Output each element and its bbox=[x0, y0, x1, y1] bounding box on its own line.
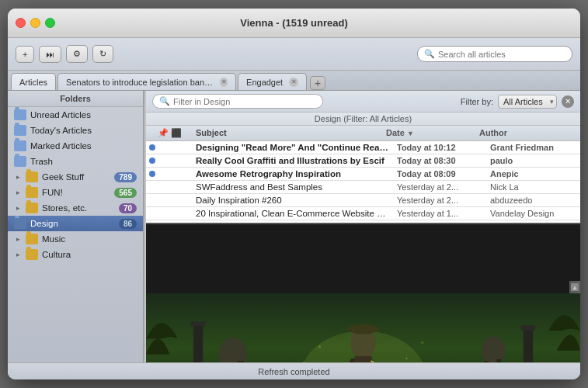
window-title: Vienna - (1519 unread) bbox=[240, 17, 347, 29]
articles-panel-inner: 📌 ⬛ Subject Date ▼ Author bbox=[146, 126, 580, 362]
minimize-button[interactable] bbox=[30, 18, 40, 28]
sidebar-item-geek[interactable]: Geek Stuff 789 bbox=[8, 169, 143, 185]
group-folder-icon bbox=[26, 203, 38, 213]
action-button[interactable]: ⚙ bbox=[66, 45, 88, 63]
expander-icon bbox=[14, 189, 22, 196]
articles-status-bar: Design (Filter: All Articles) bbox=[146, 113, 580, 126]
preview-pane: ▲ ▼ bbox=[146, 223, 580, 362]
svg-rect-29 bbox=[524, 327, 533, 362]
traffic-lights bbox=[16, 18, 55, 28]
preview-image bbox=[146, 293, 580, 362]
filter-select[interactable]: All Articles bbox=[498, 95, 557, 109]
gear-icon: ⚙ bbox=[73, 49, 81, 59]
sidebar-item-design[interactable]: Design 86 bbox=[8, 216, 143, 231]
toolbar: + ⏭ ⚙ ↻ 🔍 bbox=[8, 38, 580, 71]
sidebar-item-marked[interactable]: Marked Articles bbox=[8, 138, 143, 154]
article-date: Today at 08:30 bbox=[394, 156, 487, 165]
group-folder-icon bbox=[26, 171, 38, 182]
group-folder-icon bbox=[26, 187, 38, 198]
row-flags bbox=[146, 210, 193, 217]
expander-icon bbox=[14, 204, 22, 212]
filter-right: Filter by: All Articles ✕ bbox=[461, 95, 574, 109]
table-row[interactable]: Designing "Read More" And "Continue Read… bbox=[146, 141, 580, 154]
sidebar-item-fun[interactable]: FUN! 565 bbox=[8, 185, 143, 200]
refresh-button[interactable]: ↻ bbox=[92, 45, 113, 63]
article-author: Nick La bbox=[487, 182, 580, 192]
tab-engadget-close[interactable]: ✕ bbox=[289, 78, 298, 87]
filter-input-wrap: 🔍 bbox=[152, 94, 323, 109]
filter-by-label: Filter by: bbox=[461, 97, 493, 106]
table-row[interactable]: 20 Inspirational, Clean E-Commerce Websi… bbox=[146, 207, 580, 220]
svg-rect-30 bbox=[521, 325, 535, 330]
close-button[interactable] bbox=[16, 18, 26, 28]
titlebar: Vienna - (1519 unread) bbox=[8, 9, 580, 38]
tab-senators[interactable]: Senators to introduce legislation bannin… bbox=[57, 73, 236, 90]
article-subject: SWFaddress and Best Samples bbox=[193, 182, 394, 192]
skip-button[interactable]: ⏭ bbox=[39, 46, 61, 63]
preview-scroll-up[interactable]: ▲ bbox=[570, 282, 579, 292]
article-list-wrap: 📌 ⬛ Subject Date ▼ Author bbox=[146, 126, 580, 223]
sidebar-item-music[interactable]: Music bbox=[8, 231, 143, 247]
expander-icon bbox=[14, 235, 22, 243]
filter-input[interactable] bbox=[173, 97, 316, 106]
row-flags bbox=[146, 158, 193, 164]
maximize-button[interactable] bbox=[45, 18, 55, 28]
skip-icon: ⏭ bbox=[46, 50, 54, 59]
scroll-spacer bbox=[569, 128, 580, 138]
article-date: Yesterday at 2... bbox=[394, 182, 487, 192]
sidebar-item-unread[interactable]: Unread Articles bbox=[8, 107, 143, 123]
sidebar-item-stores[interactable]: Stores, etc. 70 bbox=[8, 200, 143, 216]
sort-arrow-icon: ▼ bbox=[407, 130, 414, 137]
table-row[interactable]: Awesome Retrography Inspiration Today at… bbox=[146, 168, 580, 181]
svg-rect-17 bbox=[355, 324, 371, 334]
sidebar-item-label: Geek Stuff bbox=[42, 172, 110, 182]
svg-rect-10 bbox=[238, 361, 244, 362]
table-row[interactable]: Daily Inspiration #260 Yesterday at 2...… bbox=[146, 194, 580, 207]
app-window: Vienna - (1519 unread) + ⏭ ⚙ ↻ 🔍 Article… bbox=[8, 9, 580, 379]
sidebar-item-label: Music bbox=[42, 234, 137, 244]
article-author: Grant Friedman bbox=[487, 143, 580, 152]
unread-badge: 70 bbox=[119, 203, 137, 213]
sidebar-item-label: Design bbox=[30, 219, 115, 228]
unread-dot bbox=[149, 171, 155, 177]
search-icon: 🔍 bbox=[424, 49, 435, 59]
folder-icon bbox=[14, 218, 26, 229]
folder-icon bbox=[14, 140, 26, 151]
sidebar-item-label: Stores, etc. bbox=[42, 203, 115, 213]
svg-point-24 bbox=[318, 345, 321, 348]
article-subject: Awesome Retrography Inspiration bbox=[193, 169, 394, 178]
sidebar-item-today[interactable]: Today's Articles bbox=[8, 123, 143, 138]
sidebar-item-cultura[interactable]: Cultura bbox=[8, 247, 143, 262]
unread-badge: 789 bbox=[114, 172, 137, 182]
sidebar: Folders Unread Articles Today's Articles… bbox=[8, 91, 144, 362]
sidebar-item-label: Marked Articles bbox=[30, 141, 137, 151]
sidebar-item-label: FUN! bbox=[42, 188, 110, 197]
articles-panel: 🔍 Filter by: All Articles ✕ Design (Filt… bbox=[146, 91, 580, 362]
search-input[interactable] bbox=[438, 50, 565, 59]
sidebar-item-label: Unread Articles bbox=[30, 110, 137, 120]
sidebar-item-label: Trash bbox=[30, 157, 137, 166]
tab-engadget-label: Engadget bbox=[246, 78, 283, 87]
add-button[interactable]: + bbox=[16, 46, 34, 63]
article-author: Anepic bbox=[487, 169, 580, 178]
col-header-author[interactable]: Author bbox=[476, 128, 569, 138]
tab-articles[interactable]: Articles bbox=[11, 73, 56, 90]
expander-icon bbox=[14, 251, 22, 258]
table-row[interactable]: SWFaddress and Best Samples Yesterday at… bbox=[146, 181, 580, 194]
tab-senators-close[interactable]: ✕ bbox=[220, 78, 228, 87]
sidebar-item-trash[interactable]: Trash bbox=[8, 154, 143, 169]
col-header-subject[interactable]: Subject bbox=[193, 128, 383, 138]
refresh-icon: ↻ bbox=[99, 49, 106, 59]
add-icon: + bbox=[23, 50, 27, 59]
status-text: Refresh completed bbox=[258, 367, 329, 376]
filter-select-wrap: All Articles bbox=[498, 95, 557, 109]
col-header-date[interactable]: Date ▼ bbox=[383, 128, 476, 138]
tab-engadget[interactable]: Engadget ✕ bbox=[238, 73, 307, 90]
filter-clear-button[interactable]: ✕ bbox=[562, 95, 574, 108]
table-header: 📌 ⬛ Subject Date ▼ Author bbox=[146, 126, 580, 141]
add-tab-button[interactable]: + bbox=[310, 76, 325, 90]
sidebar-item-label: Cultura bbox=[42, 250, 137, 259]
unread-badge: 86 bbox=[119, 219, 137, 229]
unread-badge: 565 bbox=[114, 188, 137, 198]
table-row[interactable]: Really Cool Graffiti and Illustrations b… bbox=[146, 154, 580, 168]
